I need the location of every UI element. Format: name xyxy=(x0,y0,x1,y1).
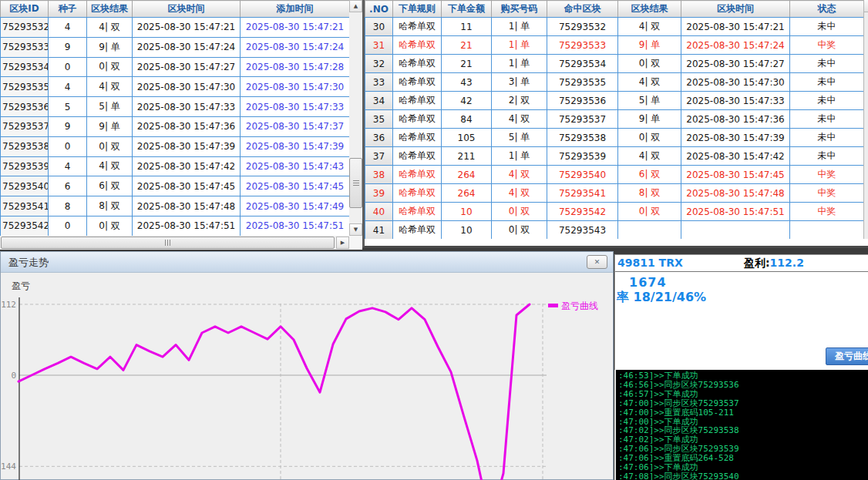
column-header[interactable]: 种子 xyxy=(49,1,87,18)
table-cell[interactable]: 75293540 xyxy=(1,176,49,196)
table-cell[interactable]: 105 xyxy=(442,129,492,147)
table-cell[interactable]: 2025-08-30 15:47:51 xyxy=(241,216,350,236)
column-header[interactable]: 添加时间 xyxy=(241,1,350,18)
table-cell[interactable]: 2025-08-30 15:47:51 xyxy=(681,203,790,221)
table-cell[interactable]: 75293533 xyxy=(547,36,618,55)
table-cell[interactable]: 75293538 xyxy=(1,136,49,156)
table-cell[interactable]: 4| 双 xyxy=(618,147,681,166)
table-cell[interactable]: 0| 双 xyxy=(87,136,133,156)
table-cell[interactable]: 哈希单双 xyxy=(393,73,442,92)
table-cell[interactable]: 1| 单 xyxy=(492,18,547,36)
table-cell[interactable]: 3| 单 xyxy=(492,73,547,92)
table-cell[interactable]: 6| 双 xyxy=(618,166,681,184)
table-cell[interactable]: 4 xyxy=(49,18,87,38)
table-cell[interactable] xyxy=(790,221,864,240)
table-cell[interactable]: 哈希单双 xyxy=(393,36,442,55)
table-cell[interactable]: 哈希单双 xyxy=(393,203,442,221)
table-cell[interactable]: 4| 双 xyxy=(492,166,547,184)
table-cell[interactable]: 0| 双 xyxy=(618,203,681,221)
table-cell[interactable]: 2025-08-30 15:47:33 xyxy=(133,97,241,117)
table-cell[interactable]: 21 xyxy=(442,55,492,73)
table-cell[interactable]: 未中 xyxy=(790,147,864,166)
table-cell[interactable]: 哈希单双 xyxy=(393,184,442,203)
table-cell[interactable]: 8| 双 xyxy=(87,196,133,217)
table-cell[interactable]: 5| 单 xyxy=(87,97,133,117)
table-cell[interactable]: 41 xyxy=(365,221,393,240)
table-cell[interactable]: 哈希单双 xyxy=(393,129,442,147)
table-cell[interactable]: 75293537 xyxy=(547,110,618,129)
table-cell[interactable]: 39 xyxy=(365,184,393,203)
table-cell[interactable]: 11 xyxy=(442,18,492,36)
table-cell[interactable]: 2025-08-30 15:47:30 xyxy=(133,77,241,97)
table-cell[interactable]: 2025-08-30 15:47:24 xyxy=(133,37,241,57)
table-cell[interactable]: 4| 双 xyxy=(492,184,547,203)
table-cell[interactable]: 哈希单双 xyxy=(393,92,442,110)
table-cell[interactable]: 未中 xyxy=(790,129,864,147)
table-cell[interactable]: 2025-08-30 15:47:27 xyxy=(681,55,790,73)
table-cell[interactable]: 31 xyxy=(365,36,393,55)
table-cell[interactable]: 2025-08-30 15:47:36 xyxy=(133,116,241,136)
table-cell[interactable]: 5| 单 xyxy=(492,129,547,147)
table-cell[interactable]: 未中 xyxy=(790,18,864,36)
table-cell[interactable]: 0 xyxy=(49,136,87,156)
table-cell[interactable]: 4| 双 xyxy=(87,156,133,176)
table-cell[interactable]: 2025-08-30 15:47:30 xyxy=(241,77,350,97)
table-cell[interactable]: 9 xyxy=(49,116,87,136)
table-cell[interactable]: 中奖 xyxy=(790,166,864,184)
table-cell[interactable]: 38 xyxy=(365,166,393,184)
scroll-up-icon[interactable] xyxy=(864,0,868,12)
column-header[interactable]: .NO xyxy=(365,1,393,18)
table-cell[interactable]: 4| 双 xyxy=(87,77,133,97)
table-cell[interactable]: 未中 xyxy=(790,110,864,129)
table-cell[interactable]: 6 xyxy=(49,176,87,196)
table-cell[interactable]: 84 xyxy=(442,110,492,129)
table-cell[interactable]: 0 xyxy=(49,216,87,236)
table-cell[interactable]: 8 xyxy=(49,196,87,217)
table-cell[interactable]: 75293534 xyxy=(547,55,618,73)
column-header[interactable]: 区块结果 xyxy=(87,1,133,18)
table-cell[interactable]: 2025-08-30 15:47:48 xyxy=(133,196,241,217)
table-cell[interactable]: 2025-08-30 15:47:30 xyxy=(681,73,790,92)
table-cell[interactable]: 0| 双 xyxy=(618,129,681,147)
table-cell[interactable]: 2025-08-30 15:47:42 xyxy=(681,147,790,166)
table-cell[interactable]: 75293543 xyxy=(547,221,618,240)
table-cell[interactable]: 2025-08-30 15:47:42 xyxy=(133,156,241,176)
table-cell[interactable]: 6| 双 xyxy=(87,176,133,196)
table-cell[interactable]: 75293536 xyxy=(1,97,49,117)
table-cell[interactable]: 2| 双 xyxy=(492,92,547,110)
table-cell[interactable]: 哈希单双 xyxy=(393,18,442,36)
table-cell[interactable]: 0| 双 xyxy=(87,216,133,236)
table-cell[interactable]: 75293539 xyxy=(1,156,49,176)
table-cell[interactable]: 哈希单双 xyxy=(393,55,442,73)
table-cell[interactable]: 4| 双 xyxy=(618,73,681,92)
table-cell[interactable]: 2025-08-30 15:47:43 xyxy=(241,156,350,176)
table-cell[interactable]: 211 xyxy=(442,147,492,166)
table-cell[interactable]: 0| 双 xyxy=(618,55,681,73)
table-cell[interactable]: 75293532 xyxy=(1,18,49,38)
table-cell[interactable]: 75293534 xyxy=(1,57,49,77)
table-cell[interactable]: 33 xyxy=(365,73,393,92)
table-cell[interactable]: 未中 xyxy=(790,55,864,73)
hscroll-thumb[interactable] xyxy=(1,237,335,249)
column-header[interactable]: 区块ID xyxy=(1,1,49,18)
table-cell[interactable]: 2025-08-30 15:47:28 xyxy=(241,57,350,77)
bets-vscrollbar[interactable] xyxy=(863,0,868,239)
table-cell[interactable]: 75293540 xyxy=(547,166,618,184)
table-cell[interactable]: 2025-08-30 15:47:33 xyxy=(241,97,350,117)
table-cell[interactable]: 75293542 xyxy=(547,203,618,221)
table-cell[interactable]: 75293537 xyxy=(1,116,49,136)
table-cell[interactable]: 4 xyxy=(49,156,87,176)
table-cell[interactable]: 75293533 xyxy=(1,37,49,57)
table-cell[interactable]: 4 xyxy=(49,77,87,97)
table-cell[interactable]: 0| 双 xyxy=(492,221,547,240)
table-cell[interactable]: 0 xyxy=(49,57,87,77)
table-cell[interactable]: 2025-08-30 15:47:24 xyxy=(681,36,790,55)
table-cell[interactable]: 43 xyxy=(442,73,492,92)
table-cell[interactable] xyxy=(618,221,681,240)
table-cell[interactable]: 中奖 xyxy=(790,184,864,203)
table-cell[interactable]: 哈希单双 xyxy=(393,166,442,184)
table-cell[interactable]: 哈希单双 xyxy=(393,110,442,129)
table-cell[interactable]: 2025-08-30 15:47:33 xyxy=(681,92,790,110)
table-cell[interactable]: 75293535 xyxy=(1,77,49,97)
console-panel[interactable]: :46:53]>>下单成功:46:56]>>同步区块75293536:46:57… xyxy=(614,370,868,480)
